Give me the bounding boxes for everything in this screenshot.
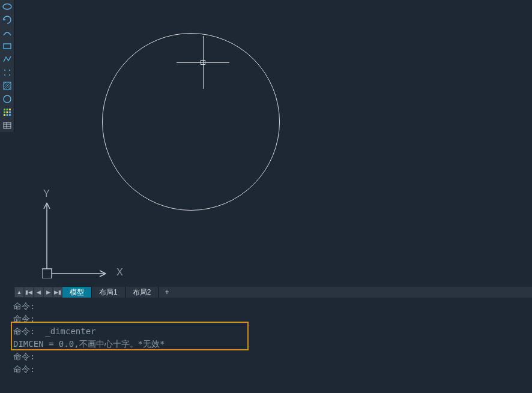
arc-tool[interactable] — [0, 26, 14, 40]
command-line: 命令: — [13, 313, 527, 325]
svg-point-5 — [9, 74, 10, 76]
tab-next-icon[interactable]: ▶ — [44, 287, 52, 297]
table-tool[interactable] — [0, 119, 14, 132]
rectangle-tool[interactable] — [0, 40, 14, 53]
svg-rect-21 — [9, 114, 11, 116]
svg-line-10 — [6, 85, 11, 89]
tab-add-button[interactable]: + — [159, 287, 175, 297]
command-line: 命令: — [13, 363, 527, 376]
cursor-pickbox — [201, 60, 205, 65]
svg-rect-14 — [7, 109, 8, 110]
ellipse-tool[interactable] — [0, 0, 14, 13]
tab-layout1[interactable]: 布局1 — [92, 287, 125, 298]
svg-rect-18 — [9, 112, 11, 113]
svg-rect-22 — [4, 122, 11, 128]
circle-tool[interactable] — [0, 92, 14, 106]
ucs-x-label: X — [116, 267, 123, 278]
dots-tool[interactable] — [0, 66, 14, 79]
tab-last-icon[interactable]: ▶▮ — [53, 287, 62, 297]
drawing-canvas[interactable]: X Y — [14, 0, 532, 287]
svg-point-4 — [4, 74, 5, 76]
svg-rect-26 — [42, 269, 52, 278]
rotate-tool[interactable] — [0, 13, 14, 26]
tab-prev-icon[interactable]: ◀ — [34, 287, 43, 297]
svg-rect-15 — [9, 109, 11, 110]
svg-point-0 — [3, 4, 11, 10]
tab-collapse-icon[interactable]: ▲ — [15, 287, 23, 297]
tab-layout2[interactable]: 布局2 — [125, 287, 159, 298]
svg-point-3 — [9, 70, 10, 71]
tab-first-icon[interactable]: ▮◀ — [25, 287, 33, 297]
command-line: 命令: _dimcenter — [13, 325, 527, 338]
command-line: 命令: — [13, 350, 527, 363]
ucs-y-label: Y — [43, 188, 50, 199]
svg-rect-13 — [4, 109, 5, 110]
svg-rect-19 — [4, 114, 5, 116]
circle-entity — [102, 33, 280, 211]
tab-bar: ▲ ▮◀ ◀ ▶ ▶▮ 模型 布局1 布局2 + — [14, 287, 532, 298]
svg-rect-16 — [4, 112, 5, 113]
grid-tool[interactable] — [0, 106, 14, 119]
svg-line-11 — [8, 87, 11, 89]
svg-point-12 — [4, 95, 11, 103]
hatch-tool[interactable] — [0, 79, 14, 92]
command-line: DIMCEN = 0.0,不画中心十字。*无效* — [13, 338, 527, 350]
command-line: 命令: — [13, 300, 527, 313]
ucs-icon: X Y — [42, 188, 126, 278]
left-toolbar — [0, 0, 14, 132]
svg-line-8 — [4, 82, 8, 87]
polyline-tool[interactable] — [0, 53, 14, 66]
svg-rect-20 — [7, 114, 8, 116]
svg-rect-17 — [7, 112, 8, 113]
svg-point-2 — [4, 70, 5, 71]
svg-line-7 — [4, 82, 6, 85]
svg-rect-1 — [4, 44, 11, 49]
tab-model[interactable]: 模型 — [62, 287, 92, 298]
command-panel[interactable]: 命令: 命令: 命令: _dimcenter DIMCEN = 0.0,不画中心… — [0, 298, 532, 393]
